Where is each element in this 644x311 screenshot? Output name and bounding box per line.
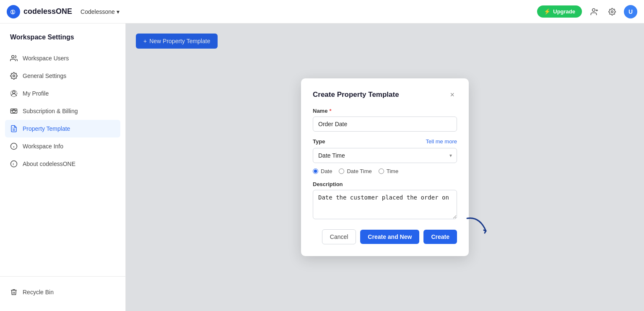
- svg-point-12: [12, 109, 16, 113]
- workspace-selector[interactable]: Codelessone ▾: [77, 7, 123, 17]
- sidebar-item-label: Subscription & Billing: [23, 108, 78, 114]
- billing-icon: [10, 107, 18, 115]
- create-property-template-modal: Create Property Template × Name * Type T…: [301, 78, 469, 256]
- logo-text: codelessONE: [23, 7, 72, 16]
- sidebar-title: Workspace Settings: [0, 34, 125, 49]
- radio-datetime-input[interactable]: [339, 168, 344, 174]
- sidebar: Workspace Settings Workspace Users Gener…: [0, 23, 126, 311]
- about-icon: i: [10, 160, 18, 168]
- name-input[interactable]: [313, 117, 457, 132]
- sidebar-item-my-profile[interactable]: My Profile: [0, 85, 125, 102]
- radio-group: Date Date Time Time: [313, 168, 457, 174]
- radio-datetime-label: Date Time: [347, 168, 371, 174]
- svg-point-8: [13, 91, 15, 93]
- sidebar-item-about[interactable]: i About codelessONE: [0, 155, 125, 173]
- tell-me-more-link[interactable]: Tell me more: [426, 138, 457, 145]
- radio-time-option[interactable]: Time: [379, 168, 398, 174]
- upgrade-label: Upgrade: [553, 8, 575, 15]
- description-textarea[interactable]: Date the customer placed the order on: [313, 190, 457, 219]
- arrow-annotation: [463, 214, 492, 239]
- add-user-icon: [589, 8, 598, 16]
- description-label: Description: [313, 181, 457, 187]
- create-and-new-button[interactable]: Create and New: [360, 230, 419, 244]
- sidebar-item-label: About codelessONE: [23, 161, 75, 167]
- topnav-right: ⚡ Upgrade U: [537, 5, 637, 18]
- info-icon: [10, 143, 18, 150]
- users-icon: [10, 54, 18, 62]
- svg-point-5: [611, 10, 613, 13]
- type-label: Type: [313, 138, 325, 145]
- description-form-group: Description Date the customer placed the…: [313, 181, 457, 221]
- name-form-group: Name *: [313, 108, 457, 132]
- type-select-wrapper: Date Time Text Number Boolean ▾: [313, 148, 457, 163]
- radio-datetime-option[interactable]: Date Time: [339, 168, 371, 174]
- gear-icon: [608, 8, 616, 16]
- profile-icon: [10, 90, 18, 97]
- sidebar-item-property-template[interactable]: Property Template: [5, 120, 120, 137]
- add-user-button[interactable]: [587, 5, 600, 18]
- main-content: + New Property Template Create Property …: [126, 23, 644, 311]
- sidebar-bottom: Recycle Bin: [0, 276, 125, 301]
- upgrade-button[interactable]: ⚡ Upgrade: [537, 5, 582, 18]
- create-button[interactable]: Create: [423, 230, 457, 244]
- logo-icon: ①: [7, 5, 20, 18]
- required-marker: *: [329, 108, 331, 114]
- type-row: Type Tell me more: [313, 138, 457, 145]
- sidebar-item-workspace-info[interactable]: Workspace Info: [0, 137, 125, 155]
- radio-date-option[interactable]: Date: [313, 168, 332, 174]
- radio-time-label: Time: [387, 168, 398, 174]
- modal-close-button[interactable]: ×: [447, 90, 457, 99]
- radio-date-input[interactable]: [313, 168, 318, 174]
- name-label: Name *: [313, 108, 457, 114]
- modal-overlay: Create Property Template × Name * Type T…: [126, 23, 644, 311]
- sidebar-item-recycle-bin[interactable]: Recycle Bin: [0, 283, 125, 301]
- sidebar-item-label: Recycle Bin: [23, 289, 54, 295]
- document-icon: [10, 125, 18, 132]
- sidebar-item-workspace-users[interactable]: Workspace Users: [0, 49, 125, 67]
- svg-text:i: i: [13, 162, 14, 166]
- workspace-chevron-icon: ▾: [117, 8, 119, 15]
- sidebar-item-general-settings[interactable]: General Settings: [0, 67, 125, 85]
- recycle-bin-icon: [10, 288, 18, 296]
- type-select[interactable]: Date Time Text Number Boolean: [313, 148, 457, 163]
- svg-point-2: [592, 8, 595, 11]
- sidebar-item-label: Workspace Users: [23, 55, 69, 62]
- layout: Workspace Settings Workspace Users Gener…: [0, 23, 644, 311]
- sidebar-item-label: Workspace Info: [23, 143, 63, 150]
- radio-date-label: Date: [321, 168, 332, 174]
- gear-icon: [10, 72, 18, 80]
- workspace-name: Codelessone: [80, 8, 115, 15]
- topnav: ① codelessONE Codelessone ▾ ⚡ Upgrade: [0, 0, 644, 23]
- upgrade-icon: ⚡: [544, 8, 551, 15]
- type-form-group: Type Tell me more Date Time Text Number …: [313, 138, 457, 174]
- sidebar-item-label: General Settings: [23, 73, 66, 79]
- svg-point-6: [12, 55, 14, 58]
- svg-text:①: ①: [10, 9, 16, 16]
- cancel-button[interactable]: Cancel: [322, 229, 356, 244]
- radio-time-input[interactable]: [379, 168, 384, 174]
- sidebar-item-subscription-billing[interactable]: Subscription & Billing: [0, 102, 125, 120]
- svg-point-18: [11, 161, 17, 167]
- logo-area: ① codelessONE: [7, 5, 72, 18]
- sidebar-item-label: My Profile: [23, 90, 49, 97]
- sidebar-item-label: Property Template: [23, 125, 70, 132]
- avatar: U: [628, 8, 633, 15]
- settings-button[interactable]: [605, 5, 619, 18]
- svg-point-7: [13, 75, 15, 77]
- modal-title: Create Property Template: [313, 91, 399, 99]
- modal-header: Create Property Template ×: [313, 90, 457, 99]
- avatar-button[interactable]: U: [624, 5, 637, 18]
- modal-footer: Cancel Create and New Create: [313, 229, 457, 244]
